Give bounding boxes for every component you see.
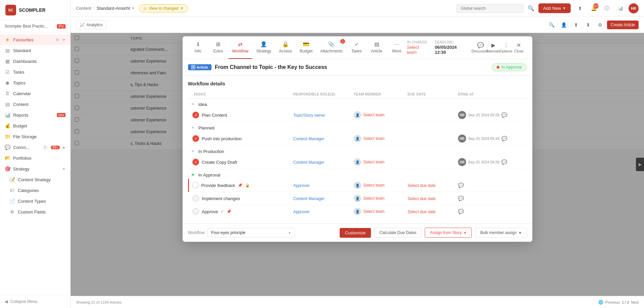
- sidebar-item-file-storage[interactable]: 📁 File Storage: [0, 131, 70, 142]
- task-checkbox-create-copy-draft[interactable]: ✓: [192, 159, 199, 165]
- member-select-provide-feedback[interactable]: 👤 Select team: [354, 182, 400, 189]
- task-checkbox-push-production[interactable]: ✓: [192, 135, 199, 142]
- sidebar-item-portfolios[interactable]: 📂 Portfolios: [0, 153, 70, 163]
- close-button[interactable]: ✕ Close: [514, 42, 524, 53]
- download-icon[interactable]: ⬇: [583, 20, 594, 30]
- tab-strategy[interactable]: 👤 Strategy: [252, 36, 275, 59]
- sidebar-item-tasks[interactable]: ☑ Tasks: [0, 67, 70, 77]
- member-select-implement-changes[interactable]: 👤 Select team: [354, 195, 400, 202]
- tab-more[interactable]: ··· More: [387, 37, 407, 59]
- analytics-icon[interactable]: 📊: [615, 3, 626, 14]
- discussion-button[interactable]: 💬 Discussion: [475, 42, 486, 53]
- role-text: Content Manager: [293, 196, 325, 201]
- sidebar-item-categories[interactable]: 🏷 Categories: [0, 185, 70, 196]
- chat-icon[interactable]: 💬: [458, 196, 464, 201]
- notifications-icon[interactable]: 🔔 167: [588, 3, 599, 14]
- sidebar-item-content-strategy[interactable]: 📝 Content Strategy: [0, 174, 70, 185]
- help-icon[interactable]: ⓘ: [602, 3, 612, 14]
- tab-extra[interactable]: ⊞ Extra: [208, 36, 228, 59]
- settings-icon[interactable]: ⚙: [595, 20, 606, 30]
- previous-button[interactable]: Previous: [605, 300, 620, 304]
- content-area: TOPIC STORY egrated Communic... From Cha…: [71, 33, 644, 296]
- tutorials-button[interactable]: ▶ Tutorials: [488, 42, 499, 53]
- calculate-due-dates-button[interactable]: Calculate Due Dates: [374, 228, 421, 238]
- tab-attachments[interactable]: 📎 Attachments 1: [316, 36, 346, 59]
- assign-from-story-button[interactable]: Assign from Story ▼: [425, 228, 472, 238]
- task-checkbox-implement-changes[interactable]: [192, 195, 199, 202]
- global-search-input[interactable]: [456, 4, 524, 13]
- sidebar-item-content[interactable]: ▤ Content: [0, 99, 70, 110]
- in-charge-value[interactable]: Select team: [407, 45, 429, 55]
- chat-icon[interactable]: 💬: [501, 159, 507, 165]
- tab-tasks[interactable]: ✓ Tasks: [346, 36, 367, 59]
- due-date-select[interactable]: Select due date: [408, 209, 435, 214]
- member-select-create-copy-draft[interactable]: 👤 Select team: [354, 158, 400, 166]
- sidebar-item-comm[interactable]: 💬 Comm... 0 99+ ▶: [0, 142, 70, 153]
- budget-tab-icon: 💳: [303, 41, 309, 47]
- sidebar-item-strategy[interactable]: 🎯 Strategy ▼: [0, 163, 70, 174]
- collapse-menu-button[interactable]: ◀ Collapse Menu: [0, 295, 70, 308]
- add-new-button[interactable]: Add New ▼: [538, 3, 571, 13]
- chat-icon[interactable]: 💬: [458, 209, 464, 214]
- sidebar-item-favourites[interactable]: ★ Favourites ⚙ ▼: [0, 34, 70, 45]
- sidebar-item-budget[interactable]: 💰 Budget: [0, 120, 70, 131]
- task-row-push-production: ✓ Push into production Content Manager 👤: [188, 132, 527, 146]
- search-icon[interactable]: 🔍: [528, 5, 534, 11]
- workspace-selector[interactable]: Scompler Best Practic... Pro: [0, 21, 70, 32]
- due-date-select[interactable]: Select due date: [408, 196, 435, 201]
- content-types-icon: 📄: [9, 198, 15, 204]
- member-select-plan-content[interactable]: 👤 Select team: [354, 111, 400, 119]
- sub-toolbar: 📈 Analytics 🔍 👤 ⬆ ⬇ ⚙ Create Article: [71, 17, 644, 33]
- filter-icon[interactable]: 👤: [559, 20, 569, 30]
- member-select-push-production[interactable]: 👤 Select team: [354, 135, 400, 142]
- warning-icon: ⚠: [143, 6, 147, 11]
- sidebar-item-calendar[interactable]: 🗓 Calendar: [0, 88, 70, 99]
- member-select-approve[interactable]: 👤 Select team: [354, 208, 400, 215]
- upload-icon[interactable]: ⬆: [571, 20, 581, 30]
- role-text: Approver: [293, 183, 310, 188]
- tab-info[interactable]: ℹ Info: [188, 36, 208, 59]
- due-date-select[interactable]: Select due date: [408, 183, 435, 188]
- status-pill[interactable]: ⚠ View is changed ▼: [139, 4, 188, 12]
- search-icon[interactable]: 🔍: [546, 20, 557, 30]
- task-checkbox-plan-content[interactable]: ✓: [192, 112, 199, 118]
- next-button[interactable]: Next: [631, 300, 639, 304]
- task-checkbox-provide-feedback[interactable]: [192, 182, 199, 189]
- workflow-details-title: Workflow details: [188, 81, 527, 86]
- role-text: Topic/Story owner: [293, 113, 325, 118]
- options-button[interactable]: ⋮ Options: [501, 42, 512, 53]
- tab-workflow[interactable]: ⇄ Workflow: [228, 36, 253, 59]
- create-article-button[interactable]: Create Article: [607, 21, 639, 29]
- breadcrumb-root[interactable]: Content: [76, 6, 91, 11]
- task-checkbox-approve[interactable]: [192, 208, 199, 215]
- sidebar-item-label: Standard: [13, 48, 66, 53]
- analytics-icon: 📈: [80, 23, 85, 27]
- workspace-badge: Pro: [57, 24, 66, 29]
- sidebar-item-topics[interactable]: ◉ Topics: [0, 77, 70, 88]
- collapse-label: Collapse Menu: [10, 299, 37, 304]
- hr-avatar: HR: [458, 111, 466, 119]
- analytics-tab-button[interactable]: 📈 Analytics: [76, 21, 106, 29]
- tab-article[interactable]: ▤ Article: [367, 36, 387, 59]
- user-avatar[interactable]: HR: [629, 3, 639, 13]
- sidebar-item-label: Portfolios: [13, 156, 66, 161]
- chat-icon[interactable]: 💬: [501, 136, 507, 141]
- tab-budget[interactable]: 💳 Budget: [296, 36, 316, 59]
- sidebar-item-custom-fields[interactable]: ⚙ Custom Fields: [0, 206, 70, 217]
- sidebar-item-content-types[interactable]: 📄 Content Types: [0, 196, 70, 206]
- upload-icon[interactable]: ⬆: [575, 3, 585, 14]
- options-icon: ⋮: [503, 42, 509, 48]
- chat-icon[interactable]: 💬: [458, 183, 464, 188]
- tab-access[interactable]: 🔒 Access: [275, 36, 296, 59]
- deadline-value[interactable]: 06/05/2024 12:30: [435, 45, 468, 55]
- task-row-plan-content: ✓ Plan Content Topic/Story owner 👤: [188, 108, 527, 122]
- sidebar-item-dashboards[interactable]: ▦ Dashboards: [0, 56, 70, 67]
- deadline-field: DEADLINE: 06/05/2024 12:30: [435, 40, 468, 55]
- star-icon: ★: [5, 37, 10, 42]
- bulk-member-assign-button[interactable]: Bulk member assign ▼: [475, 228, 527, 238]
- sidebar-item-reports[interactable]: 📊 Reports New: [0, 110, 70, 120]
- sidebar-item-standard[interactable]: ▤ Standard: [0, 45, 70, 56]
- chat-icon[interactable]: 💬: [501, 112, 507, 118]
- workflow-dropdown[interactable]: Four-eyes principle ▼: [207, 228, 295, 237]
- customize-button[interactable]: Customize: [340, 228, 371, 238]
